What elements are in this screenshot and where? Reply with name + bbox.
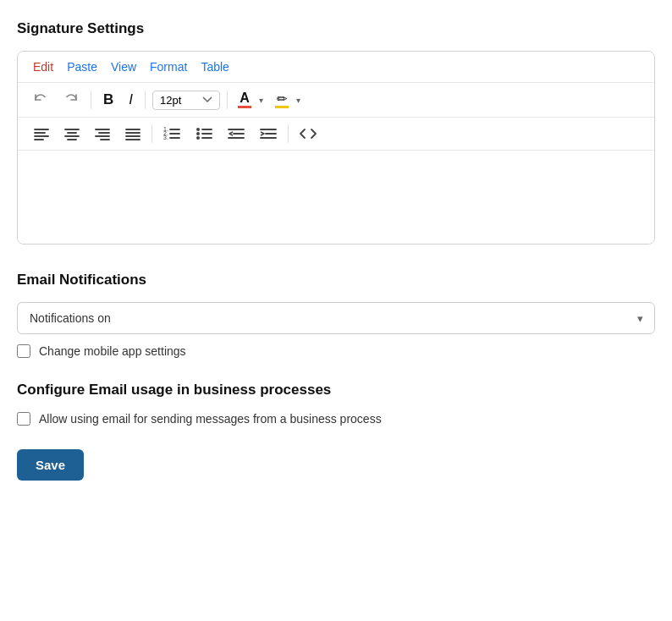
toolbar-divider-4	[151, 124, 152, 143]
align-center-button[interactable]	[58, 123, 85, 145]
notifications-select[interactable]: Notifications on Notifications off	[17, 302, 655, 334]
toolbar-divider-2	[145, 91, 146, 109]
highlight-button[interactable]: ✏	[272, 90, 292, 111]
decrease-indent-button[interactable]	[222, 123, 251, 145]
undo-button[interactable]	[28, 89, 53, 111]
email-notifications-section: Email Notifications Notifications on Not…	[17, 272, 655, 358]
italic-button[interactable]: I	[124, 88, 138, 112]
font-color-chevron[interactable]: ▾	[256, 93, 267, 107]
font-size-select[interactable]: 8pt 10pt 11pt 12pt 14pt 16pt 18pt 24pt 3…	[152, 91, 220, 110]
menu-view[interactable]: View	[106, 58, 141, 75]
redo-button[interactable]	[58, 89, 84, 111]
email-notifications-title: Email Notifications	[17, 272, 655, 289]
source-code-button[interactable]	[294, 123, 322, 145]
menu-format[interactable]: Format	[145, 58, 192, 75]
unordered-list-button[interactable]	[190, 123, 218, 145]
configure-email-title: Configure Email usage in business proces…	[17, 382, 655, 398]
editor-content-area[interactable]	[18, 151, 654, 244]
align-right-button[interactable]	[89, 123, 116, 145]
ordered-list-button[interactable]: 1.2.3.	[157, 123, 186, 145]
signature-editor: Edit Paste View Format Table B I	[17, 51, 655, 245]
svg-point-22	[196, 128, 200, 131]
editor-toolbar-row1: B I 8pt 10pt 11pt 12pt 14pt 16pt 18pt 24…	[18, 83, 654, 118]
allow-email-checkbox-row: Allow using email for sending messages f…	[17, 412, 655, 426]
menu-paste[interactable]: Paste	[62, 58, 102, 75]
menu-edit[interactable]: Edit	[28, 58, 58, 75]
mobile-app-checkbox-row: Change mobile app settings	[17, 344, 655, 358]
increase-indent-button[interactable]	[254, 123, 283, 145]
signature-settings-title: Signature Settings	[17, 20, 655, 37]
configure-email-section: Configure Email usage in business proces…	[17, 382, 655, 426]
allow-email-label: Allow using email for sending messages f…	[39, 412, 382, 426]
toolbar-divider-5	[288, 124, 289, 143]
svg-point-24	[196, 132, 200, 135]
mobile-app-label: Change mobile app settings	[39, 344, 186, 358]
bold-button[interactable]: B	[98, 88, 118, 112]
highlight-color-group: ✏ ▾	[272, 90, 304, 111]
svg-point-26	[196, 136, 200, 140]
justify-button[interactable]	[119, 123, 146, 145]
toolbar-divider-1	[91, 91, 91, 109]
align-left-button[interactable]	[28, 123, 55, 145]
highlight-chevron[interactable]: ▾	[293, 93, 304, 107]
mobile-app-checkbox[interactable]	[17, 344, 30, 358]
font-color-button[interactable]: A	[234, 89, 255, 111]
svg-text:3.: 3.	[163, 135, 168, 140]
save-button[interactable]: Save	[17, 449, 84, 481]
notifications-dropdown-wrapper: Notifications on Notifications off ▾	[17, 302, 655, 334]
font-color-group: A ▾	[234, 89, 267, 111]
editor-toolbar-row2: 1.2.3.	[18, 118, 654, 151]
allow-email-checkbox[interactable]	[17, 412, 30, 426]
menu-table[interactable]: Table	[196, 58, 234, 75]
editor-menubar: Edit Paste View Format Table	[18, 52, 654, 83]
toolbar-divider-3	[227, 91, 228, 109]
